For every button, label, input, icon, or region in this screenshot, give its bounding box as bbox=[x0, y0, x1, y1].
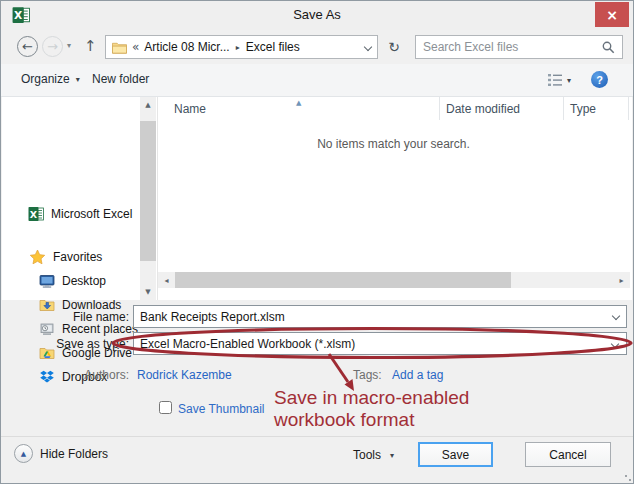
tools-label: Tools bbox=[353, 448, 381, 462]
window-title: Save As bbox=[1, 7, 633, 22]
refresh-button[interactable]: ↻ bbox=[382, 35, 406, 59]
save-as-type-dropdown-icon bbox=[611, 340, 619, 348]
search-box bbox=[415, 35, 623, 59]
back-button[interactable]: ← bbox=[17, 36, 38, 57]
forward-button[interactable]: → bbox=[42, 36, 63, 57]
save-as-dialog: X Save As × ← → ▾ ↑ « Article 08 Micr...… bbox=[0, 0, 634, 484]
annotation-text: Save in macro-enabled workbook format bbox=[274, 387, 469, 431]
navigation-bar: ← → ▾ ↑ « Article 08 Micr... ▸ Excel fil… bbox=[1, 31, 633, 63]
sidebar-item-microsoft-excel[interactable]: X Microsoft Excel bbox=[28, 204, 132, 224]
scrollbar-thumb[interactable] bbox=[175, 272, 511, 288]
cancel-button[interactable]: Cancel bbox=[525, 442, 611, 467]
file-list-horizontal-scrollbar[interactable]: ◂ ▸ bbox=[158, 272, 630, 288]
file-list: Name ▲ Date modified Type No items match… bbox=[157, 97, 629, 300]
column-header-date-modified[interactable]: Date modified bbox=[439, 97, 563, 120]
save-thumbnail-label[interactable]: Save Thumbnail bbox=[178, 402, 265, 416]
svg-text:X: X bbox=[30, 209, 38, 220]
scroll-left-icon[interactable]: ◂ bbox=[158, 272, 175, 288]
collapse-up-icon: ▲ bbox=[14, 444, 33, 463]
save-as-type-select[interactable]: Excel Macro-Enabled Workbook (*.xlsm) bbox=[133, 332, 627, 355]
save-button[interactable]: Save bbox=[418, 442, 493, 467]
breadcrumb-separator-icon: ▸ bbox=[235, 43, 241, 52]
file-name-label: File name: bbox=[31, 310, 129, 324]
close-button[interactable]: × bbox=[595, 2, 629, 27]
search-input[interactable] bbox=[423, 40, 602, 54]
command-toolbar: Organize ▾ New folder ▾ ? bbox=[1, 64, 633, 97]
history-dropdown-icon[interactable]: ▾ bbox=[67, 41, 71, 50]
resize-grip[interactable] bbox=[625, 475, 627, 477]
sidebar-item-favorites[interactable]: Favorites bbox=[29, 247, 102, 267]
content-area: X Microsoft Excel Favorites Desktop bbox=[2, 97, 632, 300]
save-as-type-value: Excel Macro-Enabled Workbook (*.xlsm) bbox=[140, 337, 355, 351]
sidebar-item-label: Recent places bbox=[62, 322, 138, 336]
sidebar-scrollbar[interactable]: ▲ ▼ bbox=[140, 97, 156, 300]
star-icon bbox=[29, 249, 46, 265]
file-name-input[interactable] bbox=[133, 305, 627, 328]
authors-label: Authors: bbox=[31, 368, 129, 382]
save-as-type-label: Save as type: bbox=[31, 337, 129, 351]
view-options-icon[interactable] bbox=[547, 73, 563, 87]
breadcrumb-parent[interactable]: Article 08 Micr... bbox=[144, 40, 229, 54]
chevron-down-icon: ▾ bbox=[76, 75, 80, 84]
hide-folders-button[interactable]: ▲ Hide Folders bbox=[14, 444, 108, 463]
breadcrumb-collapsed-icon[interactable]: « bbox=[132, 40, 139, 54]
breadcrumb-current[interactable]: Excel files bbox=[246, 40, 300, 54]
sidebar-item-label: Desktop bbox=[62, 274, 106, 288]
tools-button[interactable]: Tools ▾ bbox=[353, 448, 394, 462]
address-bar[interactable]: « Article 08 Micr... ▸ Excel files bbox=[105, 35, 378, 59]
new-folder-button[interactable]: New folder bbox=[92, 72, 149, 86]
empty-list-message: No items match your search. bbox=[158, 137, 629, 151]
add-a-tag-link[interactable]: Add a tag bbox=[392, 368, 443, 382]
sidebar-item-label: Favorites bbox=[53, 250, 102, 264]
chevron-down-icon: ▾ bbox=[390, 451, 394, 460]
scroll-right-icon[interactable]: ▸ bbox=[613, 272, 630, 288]
desktop-icon bbox=[39, 273, 55, 289]
sidebar-item-label: Microsoft Excel bbox=[51, 207, 132, 221]
organize-button[interactable]: Organize ▾ bbox=[21, 72, 80, 86]
scroll-up-icon[interactable]: ▲ bbox=[140, 97, 156, 113]
folder-icon bbox=[112, 41, 127, 54]
authors-value-link[interactable]: Rodrick Kazembe bbox=[137, 368, 232, 382]
footer-bar: ▲ Hide Folders Tools ▾ Save Cancel bbox=[1, 436, 633, 483]
sort-ascending-icon: ▲ bbox=[296, 99, 301, 107]
organize-label: Organize bbox=[21, 72, 70, 86]
up-button[interactable]: ↑ bbox=[84, 37, 97, 55]
scroll-down-icon[interactable]: ▼ bbox=[140, 284, 156, 300]
title-bar: X Save As × bbox=[1, 1, 633, 30]
save-thumbnail-checkbox[interactable] bbox=[159, 401, 172, 414]
hide-folders-label: Hide Folders bbox=[40, 447, 108, 461]
excel-icon: X bbox=[28, 206, 44, 222]
tags-label: Tags: bbox=[353, 368, 382, 382]
scrollbar-thumb[interactable] bbox=[140, 121, 156, 261]
sidebar-item-desktop[interactable]: Desktop bbox=[39, 271, 106, 291]
column-header-type[interactable]: Type bbox=[563, 97, 629, 120]
view-options-dropdown-icon[interactable]: ▾ bbox=[567, 76, 571, 85]
address-dropdown-icon[interactable] bbox=[364, 43, 372, 51]
search-icon[interactable] bbox=[602, 41, 615, 54]
help-icon[interactable]: ? bbox=[591, 71, 608, 88]
new-folder-label: New folder bbox=[92, 72, 149, 86]
